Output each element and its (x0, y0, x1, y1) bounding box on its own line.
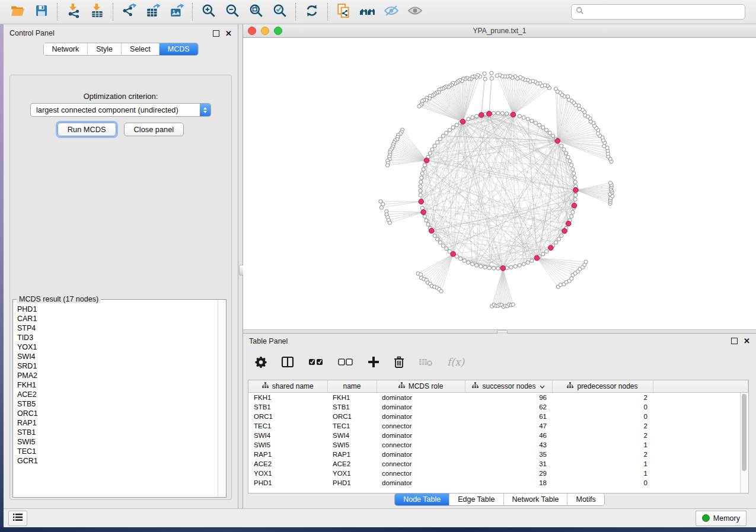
refresh-button[interactable] (300, 2, 324, 22)
mcds-result-item[interactable]: FKH1 (17, 380, 218, 390)
table-row[interactable]: STB1STB1dominator620 (248, 402, 748, 412)
import-network-button[interactable] (62, 2, 85, 22)
mcds-result-scrollbar[interactable] (218, 300, 226, 497)
table-scrollbar-thumb[interactable] (742, 394, 747, 471)
network-window-titlebar[interactable]: YPA_prune.txt_1 (243, 24, 756, 38)
horizontal-split-divider[interactable] (243, 329, 756, 334)
mcds-result-item[interactable]: CAR1 (17, 314, 218, 323)
tab-network[interactable]: Network (43, 43, 87, 55)
settings-gear-icon[interactable] (255, 356, 267, 368)
vertical-split-divider[interactable] (238, 24, 243, 508)
import-table-button[interactable] (85, 2, 109, 22)
show-all-button[interactable] (403, 2, 427, 22)
column-header-name[interactable]: name (327, 380, 377, 393)
column-header-successor-nodes[interactable]: successor nodes (465, 380, 552, 393)
network-graph[interactable] (243, 38, 756, 330)
mcds-result-item[interactable]: TID3 (17, 333, 218, 342)
search-field[interactable] (571, 4, 745, 20)
table-row[interactable]: SWI4SWI4dominator462 (248, 431, 748, 440)
table-row[interactable]: ACE2ACE2connector311 (248, 459, 748, 469)
tab-mcds[interactable]: MCDS (159, 43, 198, 55)
eye-slash-icon (383, 3, 400, 21)
network-window: YPA_prune.txt_1 (243, 24, 756, 329)
open-file-button[interactable] (6, 2, 30, 22)
export-image-button[interactable] (165, 2, 189, 22)
status-bar: Memory (4, 508, 756, 527)
mcds-result-item[interactable]: RAP1 (17, 418, 218, 428)
tab-motifs[interactable]: Motifs (567, 493, 604, 505)
column-header-MCDS-role[interactable]: MCDS role (377, 380, 465, 393)
zoom-selected-icon (272, 3, 288, 21)
network-canvas[interactable] (243, 38, 756, 330)
zoom-in-button[interactable] (197, 2, 221, 22)
save-session-button[interactable] (30, 2, 53, 22)
mcds-result-item[interactable]: SWI4 (17, 352, 218, 361)
table-row[interactable]: ORC1ORC1dominator610 (248, 412, 748, 421)
table-scrollbar[interactable] (740, 393, 748, 493)
close-panel-icon[interactable]: ✕ (225, 31, 232, 36)
table-row[interactable]: FKH1FKH1dominator962 (248, 393, 748, 403)
import-table-icon (90, 3, 105, 21)
table-row[interactable]: RAP1RAP1dominator352 (248, 450, 748, 459)
table-row[interactable]: SWI5SWI5connector431 (248, 440, 748, 450)
export-table-button[interactable] (141, 2, 165, 22)
float-panel-icon[interactable] (213, 30, 219, 37)
tab-edge-table[interactable]: Edge Table (449, 493, 503, 505)
close-panel-button[interactable]: Close panel (124, 123, 184, 136)
mcds-result-item[interactable]: PHD1 (17, 305, 218, 314)
table-row[interactable]: PHD1PHD1dominator180 (248, 478, 748, 488)
memory-status-icon (702, 514, 710, 522)
zoom-fit-button[interactable] (244, 2, 268, 22)
zoom-selected-button[interactable] (268, 2, 292, 22)
toolbar-separator (327, 3, 328, 21)
toolbar-separator (113, 3, 114, 21)
table-panel-title: Table Panel (249, 337, 288, 345)
mcds-result-item[interactable]: GCR1 (17, 456, 218, 466)
mcds-result-item[interactable]: ORC1 (17, 409, 218, 418)
mcds-result-item[interactable]: SRD1 (17, 361, 218, 371)
zoom-out-button[interactable] (221, 2, 244, 22)
first-neighbors-icon (359, 3, 376, 21)
float-table-panel-icon[interactable] (731, 338, 738, 344)
close-table-panel-icon[interactable]: ✕ (744, 338, 750, 344)
mcds-result-item[interactable]: TEC1 (17, 447, 218, 456)
control-panel: Control Panel ✕ NetworkStyleSelectMCDS O… (4, 24, 238, 508)
tab-style[interactable]: Style (87, 43, 121, 55)
tab-network-table[interactable]: Network Table (503, 493, 567, 505)
mcds-result-item[interactable]: SWI5 (17, 437, 218, 447)
column-header-predecessor-nodes[interactable]: predecessor nodes (552, 380, 653, 393)
column-layout-icon[interactable] (281, 356, 294, 368)
tab-node-table[interactable]: Node Table (395, 493, 449, 505)
mcds-result-item[interactable]: YOX1 (17, 342, 218, 352)
mcds-result-item[interactable]: STB1 (17, 428, 218, 437)
select-all-icon[interactable] (308, 357, 324, 367)
zoom-in-icon (201, 3, 216, 21)
control-panel-title: Control Panel (9, 29, 55, 37)
mcds-result-list[interactable]: PHD1CAR1STP4TID3YOX1SWI4SRD1PMA2FKH1ACE2… (14, 303, 218, 496)
table-row[interactable]: YOX1YOX1connector291 (248, 469, 748, 478)
clone-network-button[interactable] (332, 2, 356, 22)
memory-button[interactable]: Memory (696, 511, 747, 526)
deselect-all-icon[interactable] (338, 357, 353, 367)
export-image-icon (169, 3, 184, 21)
mcds-result-item[interactable]: PMA2 (17, 371, 218, 380)
first-neighbors-button[interactable] (356, 2, 379, 22)
run-mcds-button[interactable]: Run MCDS (58, 123, 116, 136)
tab-select[interactable]: Select (121, 43, 159, 55)
mcds-result-item[interactable]: STP4 (17, 323, 218, 333)
table-row[interactable]: TEC1TEC1connector472 (248, 421, 748, 431)
main-toolbar (0, 0, 756, 24)
add-row-icon[interactable] (368, 356, 379, 368)
optimization-criterion-select[interactable]: largest connected component (undirected) (30, 103, 211, 117)
search-input[interactable] (587, 7, 741, 17)
hide-selected-button[interactable] (379, 2, 403, 22)
mcds-result-item[interactable]: STB5 (17, 399, 218, 409)
task-history-button[interactable] (8, 511, 27, 526)
mcds-result-groupbox: MCDS result (17 nodes) PHD1CAR1STP4TID3Y… (12, 299, 227, 498)
append-table-icon (419, 357, 433, 367)
mcds-tab-content: Optimization criterion: largest connecte… (9, 75, 232, 500)
column-header-shared-name[interactable]: shared name (248, 380, 327, 393)
mcds-result-item[interactable]: ACE2 (17, 390, 218, 399)
export-network-button[interactable] (117, 2, 141, 22)
delete-row-icon[interactable] (394, 356, 404, 368)
